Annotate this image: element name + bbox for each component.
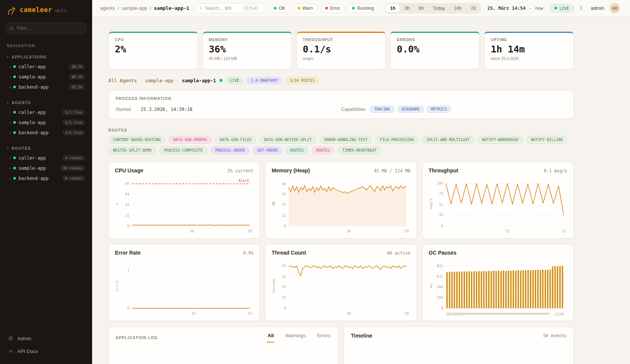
route-badge-data-gen-files[interactable]: DATA-GEN-FILES bbox=[215, 136, 256, 144]
sidebar-group-applications[interactable]: ▾APPLICATIONS bbox=[5, 52, 87, 61]
kpi-value: 2% bbox=[115, 45, 191, 54]
sidebar-group-routes[interactable]: ▾ROUTES bbox=[5, 144, 87, 153]
status-filter-error[interactable]: Error bbox=[321, 4, 345, 13]
time-range-today[interactable]: Today bbox=[429, 4, 449, 12]
started-value: 25.3.2026, 14:39:18 bbox=[141, 107, 192, 112]
time-range-6h[interactable]: 6h bbox=[414, 4, 428, 12]
process-row: Started 25.3.2026, 14:39:18 Capabilities… bbox=[116, 106, 567, 113]
time-range-3h[interactable]: 3h bbox=[400, 4, 414, 12]
status-dot-icon bbox=[13, 86, 16, 88]
sidebar-item-agents-caller-app[interactable]: ›caller-app1/1 live bbox=[5, 107, 87, 117]
dark-mode-toggle[interactable]: ☾ bbox=[580, 5, 585, 11]
app-logo[interactable]: cameleer v3.2.1 bbox=[5, 5, 87, 23]
route-badge-notify-warehouse[interactable]: NOTIFY-WAREHOUSE bbox=[478, 136, 523, 144]
status-filter-warn[interactable]: Warn bbox=[293, 4, 318, 13]
svg-text:1: 1 bbox=[127, 268, 130, 272]
time-range-1h[interactable]: 1h bbox=[386, 4, 400, 12]
chart-thread-count: Thread Count46 active0122435473059thread… bbox=[265, 244, 417, 321]
live-status-dot-icon bbox=[219, 79, 222, 82]
route-badge-process-composite[interactable]: PROCESS-COMPOSITE bbox=[159, 146, 207, 154]
chart-plot: 0214364853059%Alert bbox=[115, 176, 253, 235]
route-badge-route2[interactable]: ROUTE2 bbox=[312, 146, 334, 154]
route-badge-data-gen-nested-split[interactable]: DATA-GEN-NESTED-SPLIT bbox=[259, 136, 316, 144]
chevron-right-icon: › bbox=[9, 166, 11, 170]
kpi-card-cpu: CPU2% bbox=[108, 32, 198, 69]
log-tab-errors[interactable]: Errors bbox=[317, 333, 331, 342]
gc-x-axis-scrollbar[interactable] bbox=[459, 313, 550, 315]
svg-text:0: 0 bbox=[127, 224, 130, 228]
kpi-card-uptime: UPTIME1h 14msince 25.3.2026 bbox=[484, 32, 574, 69]
sidebar-item-applications-backend-app[interactable]: ›backend-app32.2k bbox=[5, 82, 87, 92]
app-root: cameleer v3.2.1 NAVIGATION ▾APPLICATIONS… bbox=[0, 0, 630, 364]
search-input[interactable] bbox=[205, 6, 240, 11]
footer-label: API Docs bbox=[17, 349, 38, 354]
svg-text:0: 0 bbox=[284, 306, 286, 310]
routes-badge-list: CONTENT-BASED-ROUTINGDATA-GEN-ORDERSDATA… bbox=[108, 136, 574, 154]
sidebar-group-agents[interactable]: ▾AGENTS bbox=[5, 98, 87, 107]
svg-text:err/h: err/h bbox=[115, 281, 119, 291]
user-avatar[interactable]: AD bbox=[610, 3, 620, 13]
sidebar-item-routes-sample-app[interactable]: ›sample-app16 routes bbox=[5, 163, 87, 173]
sidebar-item-agents-backend-app[interactable]: ›backend-app1/1 live bbox=[5, 127, 87, 138]
agent-crumb-all-agents[interactable]: All Agents bbox=[108, 78, 137, 83]
capabilities-label: Capabilities bbox=[341, 107, 366, 112]
sidebar-item-applications-sample-app[interactable]: ›sample-app84.1k bbox=[5, 72, 87, 82]
date-label: 25. März 14:54 bbox=[487, 6, 525, 11]
svg-text:0: 0 bbox=[441, 224, 443, 228]
route-badge-error-handling-test[interactable]: ERROR-HANDLING-TEST bbox=[320, 136, 372, 144]
svg-text:85: 85 bbox=[125, 181, 129, 186]
svg-text:12: 12 bbox=[282, 213, 286, 218]
route-badge-get-order[interactable]: GET-ORDER bbox=[253, 146, 282, 154]
chart-plot: 0204408611815ms2020081……1518 bbox=[429, 258, 567, 318]
started-label: Started bbox=[116, 107, 131, 112]
item-count-badge: 16 routes bbox=[60, 165, 85, 171]
status-dot-icon bbox=[13, 121, 16, 124]
route-badge-file-processing[interactable]: FILE-PROCESSING bbox=[375, 136, 418, 144]
route-badge-content-based-routing[interactable]: CONTENT-BASED-ROUTING bbox=[108, 136, 165, 144]
route-badge-notify-billing[interactable]: NOTIFY-BILLING bbox=[527, 136, 567, 144]
sidebar-item-applications-caller-app[interactable]: ›caller-app10.7k bbox=[5, 61, 87, 72]
agent-badge-3-16-routes: 3/16 ROUTES bbox=[286, 77, 319, 84]
route-badge-timer-heartbeat[interactable]: TIMER-HEARTBEAT bbox=[338, 146, 381, 154]
svg-text:35: 35 bbox=[282, 275, 286, 279]
log-tab-all[interactable]: All bbox=[267, 333, 275, 342]
sidebar-footer-admin[interactable]: ⚙Admin bbox=[5, 332, 87, 344]
chart-current-value: 46 active bbox=[387, 250, 410, 256]
route-badge-split-and-multicast[interactable]: SPLIT-AND-MULTICAST bbox=[422, 136, 474, 144]
chart-title: Error Rate bbox=[115, 250, 141, 256]
agent-crumb-sample-app-1: sample-app-1 bbox=[182, 78, 216, 83]
breadcrumb-agents[interactable]: agents bbox=[100, 5, 115, 11]
agent-crumb-sample-app[interactable]: sample-app bbox=[145, 78, 173, 83]
status-dot-icon bbox=[13, 75, 16, 78]
svg-text:MB: MB bbox=[272, 201, 276, 206]
kpi-value: 0.0% bbox=[397, 45, 473, 54]
time-range-7d[interactable]: 7d bbox=[466, 4, 480, 12]
route-badge-process-order[interactable]: PROCESS-ORDER bbox=[211, 146, 249, 154]
global-search[interactable]: Ctrl+K bbox=[196, 3, 263, 13]
status-filter-ok[interactable]: OK bbox=[269, 4, 290, 13]
log-tab-warnings[interactable]: Warnings bbox=[284, 333, 306, 342]
item-count-badge: 10.7k bbox=[69, 64, 85, 69]
status-filter-running[interactable]: Running bbox=[347, 4, 378, 13]
card-title: APPLICATION LOG bbox=[116, 335, 158, 340]
route-badge-data-gen-orders[interactable]: DATA-GEN-ORDERS bbox=[168, 136, 212, 144]
status-dot-icon bbox=[13, 167, 16, 169]
kpi-card-throughput: THROUGHPUT0.1/smsg/s bbox=[296, 32, 386, 69]
filter-input[interactable] bbox=[17, 26, 82, 31]
sidebar-item-routes-backend-app[interactable]: ›backend-app6 routes bbox=[5, 173, 87, 183]
breadcrumb-sample-app[interactable]: sample-app bbox=[122, 5, 147, 11]
sidebar-footer-api-docs[interactable]: ≡API Docs bbox=[5, 345, 87, 357]
svg-text:0: 0 bbox=[441, 306, 443, 310]
time-range-24h[interactable]: 24h bbox=[450, 4, 466, 12]
card-title: PROCESS INFORMATION bbox=[116, 96, 567, 101]
time-window-display[interactable]: 25. März 14:54 — now bbox=[487, 6, 543, 11]
sidebar-item-routes-caller-app[interactable]: ›caller-app4 routes bbox=[5, 153, 87, 163]
svg-text:msg/s: msg/s bbox=[429, 198, 433, 209]
card-title: Timeline bbox=[351, 333, 372, 339]
route-badge-route1[interactable]: ROUTE1 bbox=[286, 146, 308, 154]
chart-svg: 0204408611815ms2020081……1518 bbox=[429, 258, 567, 318]
sidebar-item-agents-sample-app[interactable]: ›sample-app1/1 live bbox=[5, 117, 87, 127]
route-badge-nested-split-demo[interactable]: NESTED-SPLIT-DEMO bbox=[108, 146, 156, 154]
svg-text:12: 12 bbox=[191, 311, 196, 315]
svg-text:59: 59 bbox=[405, 311, 409, 315]
